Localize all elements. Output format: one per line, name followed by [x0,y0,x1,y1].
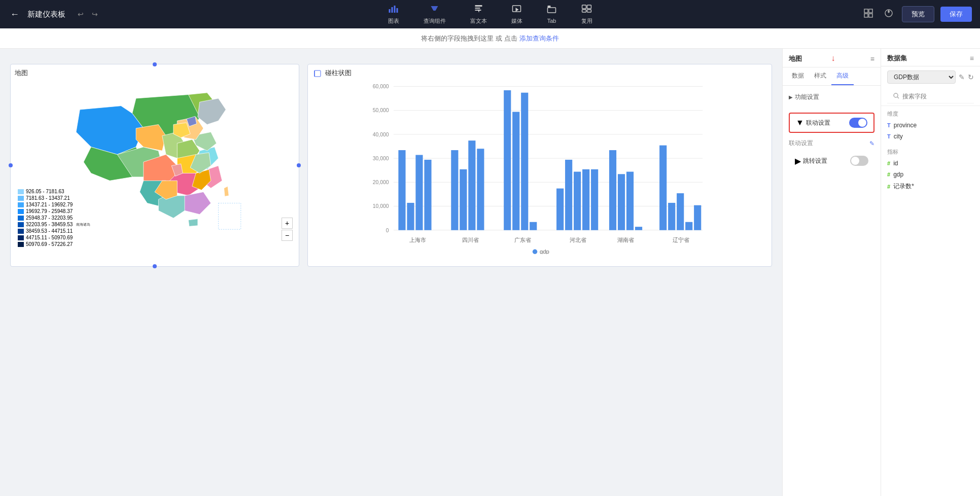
svg-rect-48 [504,90,511,230]
tool-reuse[interactable]: 复用 [577,2,597,27]
svg-rect-64 [685,222,692,230]
svg-rect-12 [548,8,556,13]
jump-toggle[interactable] [850,156,868,166]
legend-range-2: 7181.63 - 13437.21 [26,195,70,201]
svg-rect-65 [694,205,701,230]
resize-handle-top[interactable] [153,62,157,66]
svg-rect-58 [618,174,625,230]
field-count[interactable]: # 记录数* [881,180,980,193]
resize-handle-left[interactable] [9,163,13,167]
function-settings-header[interactable]: ▶ 功能设置 [789,90,874,104]
field-count-name: 记录数* [893,182,914,191]
tool-query-label: 查询组件 [424,17,446,25]
field-province[interactable]: T province [881,120,980,131]
preview-button[interactable]: 预览 [902,6,934,22]
dataset-refresh-icon[interactable]: ↻ [968,73,974,81]
svg-rect-15 [582,10,586,12]
field-gdp[interactable]: # gdp [881,169,980,180]
svg-rect-51 [530,222,537,230]
map-settings-panel: 地图 ↓ ≡ 数据 样式 高级 ▶ 功能设置 [783,49,881,496]
svg-rect-0 [389,9,391,13]
svg-text:广东省: 广东省 [514,237,531,243]
dimension-section: 维度 T province T city [881,106,980,144]
dataset-panel-header: 数据集 ≡ [881,49,980,66]
svg-rect-40 [398,150,405,230]
add-query-link[interactable]: 添加查询条件 [519,34,559,43]
jump-settings-row: ▶ 跳转设置 [789,152,874,170]
field-id-name: id [893,160,898,167]
bar-chart-svg: 60,000 50,000 40,000 30,000 20,000 10,00… [314,82,765,254]
search-icon [893,93,899,100]
tab-icon [547,5,557,16]
svg-rect-16 [587,10,591,12]
tool-query[interactable]: 查询组件 [419,2,450,27]
tab-style[interactable]: 样式 [809,67,831,85]
richtext-icon: T [473,4,483,16]
map-legend: 926.05 - 7181.63 7181.63 - 13437.21 1343… [18,189,73,248]
svg-text:50,000: 50,000 [373,108,389,113]
search-field-row [887,90,974,103]
undo-button[interactable]: ↩ [76,9,86,19]
tool-richtext[interactable]: T 富文本 [466,2,491,27]
zoom-in-button[interactable]: + [282,218,293,229]
svg-rect-13 [582,5,586,9]
legend-range-4: 19692.79 - 25948.37 [26,208,73,214]
tool-chart[interactable]: 图表 [384,2,403,27]
svg-rect-60 [635,227,642,230]
tool-media[interactable]: 媒体 [507,2,527,27]
svg-marker-4 [431,6,438,11]
svg-rect-19 [864,14,868,17]
resize-handle-right[interactable] [297,163,301,167]
field-section-title [881,88,980,106]
svg-text:湖南省: 湖南省 [618,237,635,243]
dataset-menu-icon[interactable]: ≡ [970,54,974,62]
field-id[interactable]: # id [881,158,980,169]
tool-reuse-label: 复用 [581,17,592,25]
query-bar: 将右侧的字段拖拽到这里 或 点击 添加查询条件 [0,28,980,49]
field-type-hash-count: # [887,184,890,190]
linkage-edit-icon[interactable]: ✎ [869,140,874,147]
theme-button[interactable] [882,6,896,23]
svg-rect-54 [574,172,581,230]
jump-arrow: ▶ [795,156,801,166]
field-city[interactable]: T city [881,131,980,142]
legend-range-5: 25948.37 - 32203.95 [26,215,73,221]
resize-handle-bottom[interactable] [153,264,157,268]
tab-advanced[interactable]: 高级 [831,67,854,85]
dataset-edit-icon[interactable]: ✎ [959,73,965,81]
back-button[interactable]: ← [8,7,21,22]
redo-button[interactable]: ↪ [90,9,100,19]
svg-text:40,000: 40,000 [373,132,389,137]
search-input[interactable] [902,93,978,100]
svg-rect-20 [869,14,872,17]
bar-chart-widget[interactable]: 碰柱状图 60,000 50,000 40,000 30,000 20,000 … [307,64,772,267]
svg-rect-55 [582,169,589,230]
undo-redo-group: ↩ ↪ [76,9,100,19]
svg-rect-56 [591,169,598,230]
zoom-out-button[interactable]: − [282,230,293,241]
svg-rect-50 [521,93,528,230]
svg-text:0: 0 [386,228,389,233]
map-settings-menu-icon[interactable]: ≡ [870,55,874,63]
layout-button[interactable] [861,6,876,23]
svg-text:辽宁省: 辽宁省 [673,237,689,243]
map-settings-title: 地图 [789,54,802,63]
linkage-edit-row: 联动设置 ✎ [783,137,881,152]
dataset-select[interactable]: GDP数据 [887,70,956,84]
metrics-section: 指标 # id # gdp # 记录数* [881,144,980,195]
tool-tab[interactable]: Tab [543,3,561,26]
save-button[interactable]: 保存 [940,7,972,22]
map-title: 地图 [15,68,295,78]
topbar: ← 新建仪表板 ↩ ↪ 图表 查询组件 T 富文本 [0,0,980,28]
tab-data[interactable]: 数据 [787,67,809,85]
bar-chart-title: 碰柱状图 [314,68,765,78]
linkage-label: 联动设置 [806,119,830,127]
svg-text:30,000: 30,000 [373,156,389,161]
linkage-toggle[interactable] [849,118,867,128]
field-city-name: city [894,133,903,140]
map-widget[interactable]: 地图 [10,64,299,267]
svg-point-74 [894,93,898,97]
svg-rect-49 [512,112,519,230]
metrics-label: 指标 [881,146,980,158]
svg-rect-2 [394,6,396,13]
